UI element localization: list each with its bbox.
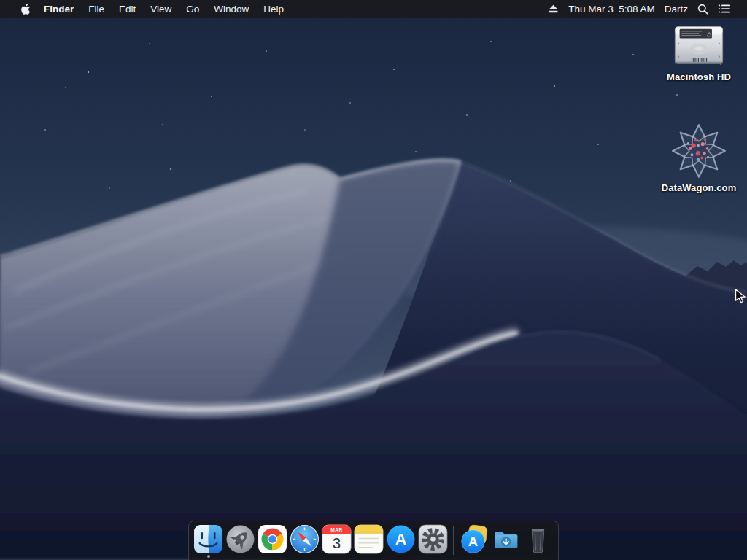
app-store-glyph: A [395,531,407,548]
running-indicator [207,555,210,558]
menu-bar-left: Finder File Edit View Go Window Help [0,3,291,15]
dock-separator [453,526,454,555]
menu-item-go[interactable]: Go [179,4,206,15]
notification-list-icon[interactable] [718,4,731,14]
menu-item-file[interactable]: File [81,4,112,15]
dock-item-downloads[interactable] [490,524,522,558]
dock-item-finder[interactable] [193,524,224,558]
menu-item-view[interactable]: View [143,4,179,15]
starburst-webloc-icon [670,122,727,179]
applications-stack-icon: A [459,524,489,554]
chrome-icon [258,524,287,554]
menu-bar-user[interactable]: Dartz [665,4,688,15]
launchpad-icon [225,524,255,554]
menu-bar-right: Thu Mar 3 5:08 AM Dartz [548,4,747,15]
system-preferences-icon [418,524,448,554]
app-store-icon: A [386,524,416,554]
dock-item-app-store[interactable]: A [385,524,417,558]
dock-item-launchpad[interactable] [225,524,256,558]
menu-item-window[interactable]: Window [206,4,256,15]
desktop-icon-datawagon[interactable]: DataWagon.com [655,122,743,193]
stack-app-store-glyph: A [468,534,478,549]
dock-item-chrome[interactable] [257,524,288,558]
menu-item-edit[interactable]: Edit [112,4,143,15]
dock-item-applications-stack[interactable]: A [458,524,489,558]
menu-app-name[interactable]: Finder [36,4,81,15]
apple-logo-icon [20,3,30,15]
hard-drive-icon [671,23,727,69]
finder-icon [193,524,223,554]
calendar-month: MAR [330,527,343,532]
eject-icon[interactable] [548,4,559,14]
menu-bar-clock[interactable]: Thu Mar 3 5:08 AM [568,4,655,15]
downloads-folder-icon [491,524,521,554]
calendar-day: 3 [333,534,341,551]
dock-item-safari[interactable] [289,524,320,558]
desktop-icon-label: DataWagon.com [655,182,743,193]
notes-icon [354,524,384,554]
dock-item-notes[interactable] [353,524,384,558]
dock-item-calendar[interactable]: MAR 3 [321,524,352,558]
dock: MAR 3 A [188,521,559,560]
calendar-icon: MAR 3 [322,524,352,554]
desktop-icon-label: Macintosh HD [655,71,743,82]
safari-icon [290,524,320,554]
apple-menu[interactable] [13,3,36,15]
dock-item-system-preferences[interactable] [417,524,449,558]
trash-icon [523,524,553,554]
menu-item-help[interactable]: Help [256,4,291,15]
desktop-icon-macintosh-hd[interactable]: Macintosh HD [655,23,743,82]
menu-bar: Finder File Edit View Go Window Help Thu… [0,0,747,18]
desktop-wallpaper [0,0,747,560]
search-icon[interactable] [697,4,708,15]
dock-item-trash[interactable] [522,524,554,558]
